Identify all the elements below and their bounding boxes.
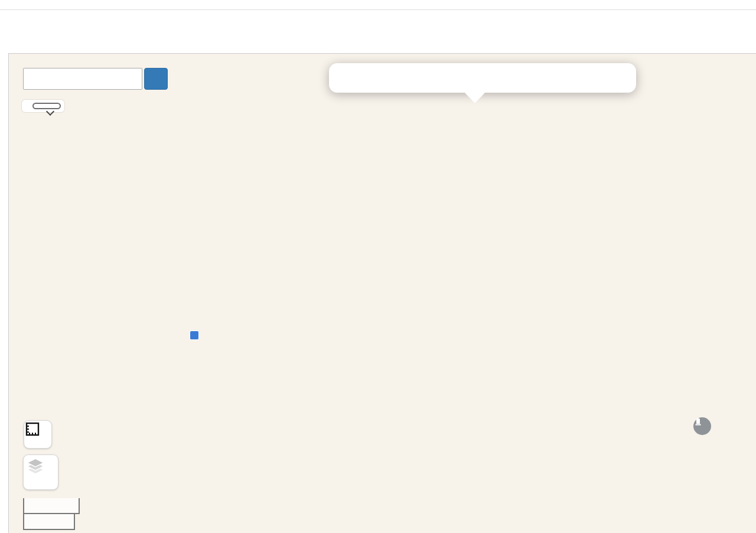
header-divider <box>0 9 756 10</box>
search-input[interactable] <box>23 68 142 90</box>
layers-button[interactable] <box>23 454 58 490</box>
filter-bar <box>22 100 64 112</box>
map-canvas[interactable] <box>8 53 756 533</box>
popup-tail <box>464 91 486 103</box>
search-bar <box>23 68 168 90</box>
parcel-info-popup <box>329 63 636 93</box>
scale-metric <box>23 498 80 514</box>
map-graphics <box>9 54 756 533</box>
scale-control <box>23 498 80 530</box>
ruler-icon <box>24 421 41 437</box>
filter-select[interactable] <box>32 103 61 109</box>
layers-icon <box>24 455 47 479</box>
measure-button[interactable] <box>24 420 52 449</box>
scale-imperial <box>23 514 75 530</box>
find-button[interactable] <box>144 68 168 90</box>
